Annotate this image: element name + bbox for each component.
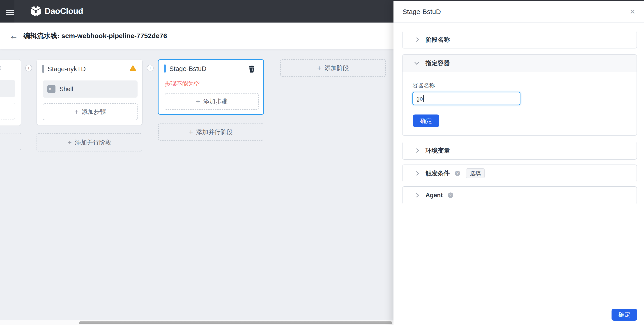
add-step-button[interactable]	[0, 103, 15, 119]
insert-stage-button[interactable]: +	[25, 65, 32, 71]
stage-connector-line	[264, 68, 280, 68]
daocloud-logo[interactable]: DaoCloud	[30, 0, 83, 22]
section-env-vars: 环境变量	[402, 142, 637, 160]
page-title: 编辑流水线: scm-webhook-pipeline-7752de76	[24, 22, 167, 49]
warning-icon	[130, 65, 136, 72]
stage-title: Stage-nykTD	[48, 65, 86, 73]
chevron-right-icon	[414, 37, 419, 42]
hamburger-icon	[6, 10, 14, 11]
back-button[interactable]: ←	[8, 22, 19, 49]
section-stage-name-header[interactable]: 阶段名称	[402, 31, 636, 48]
container-name-label: 容器名称	[412, 82, 435, 89]
container-name-input[interactable]: go	[412, 92, 520, 105]
section-stage-name: 阶段名称	[402, 31, 637, 48]
plus-icon: +	[148, 65, 152, 71]
stage-config-drawer: Stage-BstuD ✕ 阶段名称 指定容器 容器名称 go 确定	[394, 1, 644, 325]
step-item-partial[interactable]	[0, 80, 15, 97]
add-parallel-stage-button[interactable]	[0, 133, 21, 150]
add-parallel-stage-button[interactable]: + 添加并行阶段	[36, 133, 142, 151]
section-trigger: 触发条件 ? 选填	[402, 165, 637, 182]
stage-color-bar	[164, 64, 166, 73]
chevron-right-icon	[414, 193, 419, 197]
section-agent: Agent ?	[402, 186, 637, 204]
plus-icon: +	[317, 64, 322, 72]
drawer-header: Stage-BstuD ✕	[394, 1, 644, 22]
section-trigger-header[interactable]: 触发条件 ? 选填	[402, 165, 636, 182]
scrollbar-thumb[interactable]	[79, 322, 392, 324]
hamburger-menu-button[interactable]	[0, 0, 14, 22]
stage-error-text: 步骤不能为空	[164, 80, 200, 88]
help-icon[interactable]: ?	[455, 171, 460, 176]
chevron-down-icon	[414, 60, 419, 65]
add-step-button[interactable]: + 添加步骤	[43, 103, 138, 120]
column-divider	[272, 49, 272, 320]
logo-text: DaoCloud	[45, 6, 83, 16]
close-button[interactable]: ✕	[627, 1, 638, 22]
drawer-title: Stage-BstuD	[402, 1, 441, 22]
back-arrow-icon: ←	[10, 31, 18, 41]
plus-icon: +	[74, 108, 79, 115]
section-agent-header[interactable]: Agent ?	[402, 187, 636, 204]
add-step-button[interactable]: + 添加步骤	[165, 93, 259, 110]
pipeline-editor-page: DaoCloud ← 编辑流水线: scm-webhook-pipeline-7…	[0, 0, 644, 325]
stage-color-bar	[42, 65, 44, 73]
plus-icon: +	[27, 65, 30, 71]
stage-connector-line	[386, 68, 394, 68]
add-stage-button[interactable]: + 添加阶段	[280, 59, 386, 77]
plus-icon: +	[189, 128, 193, 136]
insert-stage-button[interactable]: +	[147, 65, 154, 71]
help-icon[interactable]: ?	[448, 192, 453, 198]
chevron-right-icon	[414, 148, 419, 153]
drawer-footer: 确定	[394, 303, 644, 325]
drawer-confirm-button[interactable]: 确定	[612, 309, 637, 321]
step-label: Shell	[60, 86, 73, 93]
plus-icon: +	[68, 139, 72, 146]
daocloud-cube-icon	[30, 5, 42, 18]
input-value: go	[416, 95, 423, 102]
section-container: 指定容器 容器名称 go 确定	[402, 54, 637, 136]
trash-icon	[248, 66, 255, 73]
close-icon: ✕	[630, 8, 635, 16]
delete-stage-button[interactable]	[248, 66, 255, 73]
input-caret	[423, 95, 424, 102]
add-parallel-stage-button[interactable]: + 添加并行阶段	[158, 123, 263, 141]
plus-icon: +	[196, 98, 200, 105]
container-confirm-button[interactable]: 确定	[413, 114, 439, 127]
section-container-header[interactable]: 指定容器	[402, 54, 636, 72]
stage-card-bstud[interactable]: Stage-BstuD 步骤不能为空 + 添加步骤	[158, 59, 264, 115]
section-env-vars-header[interactable]: 环境变量	[402, 142, 636, 159]
stage-title: Stage-BstuD	[169, 65, 206, 73]
step-item-shell[interactable]: >_ Shell	[43, 80, 138, 98]
terminal-icon: >_	[47, 85, 56, 93]
column-divider	[150, 49, 150, 320]
optional-badge: 选填	[466, 168, 484, 178]
stage-card-nyktd[interactable]: Stage-nykTD >_ Shell + 添加步骤	[36, 59, 142, 125]
chevron-right-icon	[414, 171, 419, 176]
